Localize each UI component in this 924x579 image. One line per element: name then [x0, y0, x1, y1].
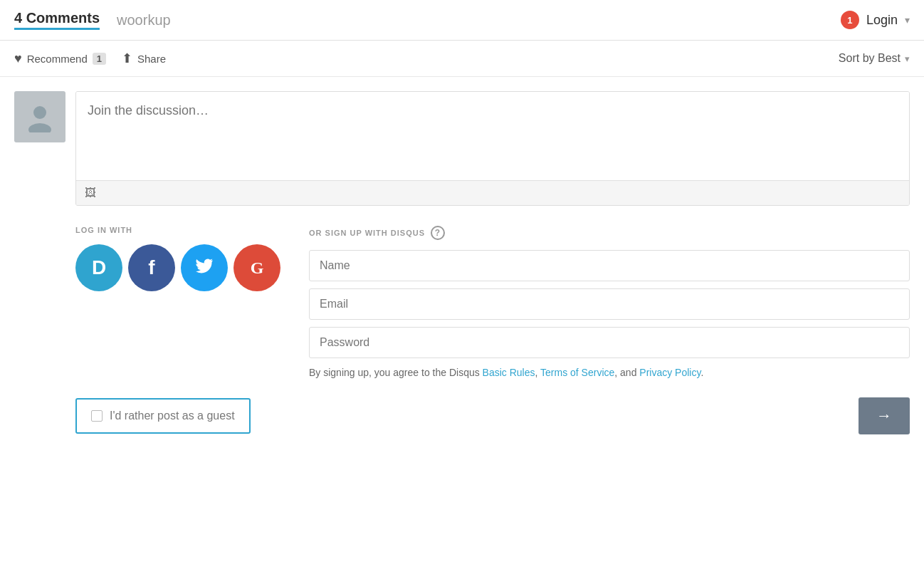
terms-text: By signing up, you agree to the Disqus B… [309, 365, 910, 380]
comments-count: 4 Comments [14, 10, 100, 30]
svg-point-1 [28, 123, 51, 132]
facebook-login-button[interactable]: f [128, 244, 175, 291]
header: 4 Comments woorkup 1 Login ▾ [0, 0, 924, 41]
login-area[interactable]: 1 Login ▾ [841, 11, 910, 29]
submit-button[interactable]: → [859, 397, 910, 434]
twitter-login-button[interactable] [181, 244, 228, 291]
sort-area[interactable]: Sort by Best ▾ [839, 52, 910, 65]
disqus-icon: D [92, 256, 106, 279]
comment-input[interactable] [76, 92, 909, 177]
signup-area: OR SIGN UP WITH DISQUS ? By signing up, … [309, 226, 910, 393]
comment-area: 🖼 [14, 91, 910, 206]
signup-label: OR SIGN UP WITH DISQUS ? [309, 226, 910, 240]
privacy-policy-link[interactable]: Privacy Policy [639, 367, 700, 378]
avatar [14, 91, 65, 142]
guest-post-option[interactable]: I'd rather post as a guest [75, 398, 251, 434]
recommend-count: 1 [93, 53, 106, 65]
google-icon: G [251, 259, 264, 278]
comment-box: 🖼 [75, 91, 910, 206]
recommend-label: Recommend [27, 53, 88, 65]
facebook-icon: f [148, 256, 154, 279]
main-content: 🖼 LOG IN WITH D f [0, 77, 924, 456]
login-button[interactable]: Login [866, 13, 898, 28]
email-field[interactable] [309, 288, 910, 320]
guest-label: I'd rather post as a guest [110, 410, 235, 422]
login-signup-section: LOG IN WITH D f G [14, 226, 910, 393]
svg-point-0 [33, 106, 46, 119]
password-field[interactable] [309, 327, 910, 358]
terms-of-service-link[interactable]: Terms of Service [540, 367, 614, 378]
social-login-area: LOG IN WITH D f G [75, 226, 280, 393]
share-label: Share [137, 53, 166, 65]
site-name: woorkup [117, 12, 171, 28]
chevron-down-icon: ▾ [905, 14, 910, 26]
google-login-button[interactable]: G [233, 244, 280, 291]
twitter-icon [193, 254, 216, 282]
heart-icon: ♥ [14, 51, 22, 66]
help-icon[interactable]: ? [431, 226, 445, 240]
basic-rules-link[interactable]: Basic Rules [483, 367, 535, 378]
image-icon: 🖼 [85, 187, 96, 199]
bottom-row: I'd rather post as a guest → [14, 397, 910, 434]
log-in-label: LOG IN WITH [75, 226, 280, 234]
disqus-login-button[interactable]: D [75, 244, 122, 291]
toolbar: ♥ Recommend 1 ⬆ Share Sort by Best ▾ [0, 41, 924, 77]
sort-label: Sort by Best [839, 52, 901, 65]
guest-checkbox[interactable] [91, 410, 103, 422]
user-avatar-icon [24, 101, 56, 132]
toolbar-left: ♥ Recommend 1 ⬆ Share [14, 51, 166, 66]
arrow-right-icon: → [876, 407, 892, 425]
comment-toolbar: 🖼 [76, 180, 909, 205]
notification-badge: 1 [841, 11, 859, 29]
name-field[interactable] [309, 250, 910, 281]
sort-chevron-icon: ▾ [905, 53, 910, 64]
recommend-button[interactable]: ♥ Recommend 1 [14, 51, 106, 66]
share-icon: ⬆ [122, 51, 132, 66]
social-icons-group: D f G [75, 244, 280, 291]
share-button[interactable]: ⬆ Share [122, 51, 166, 66]
